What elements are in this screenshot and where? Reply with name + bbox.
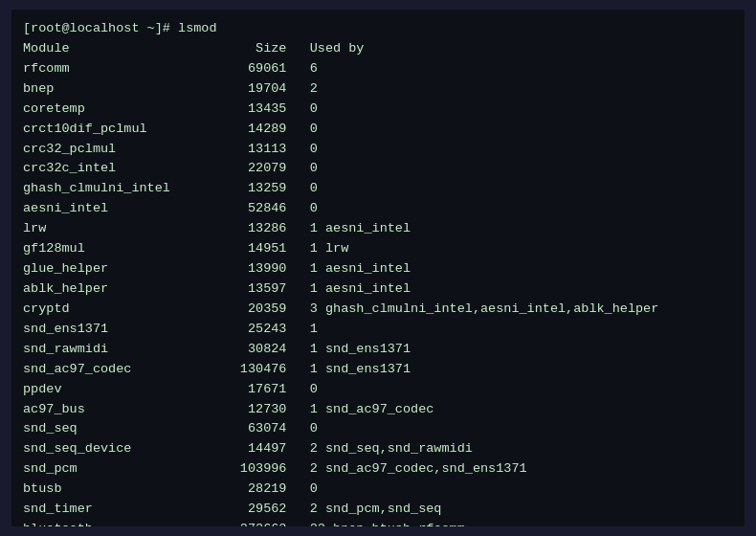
table-row: crc32_pclmul 13113 0 bbox=[23, 140, 733, 160]
table-row: rfcomm 69061 6 bbox=[23, 59, 733, 79]
table-row: glue_helper 13990 1 aesni_intel bbox=[23, 259, 733, 279]
prompt-line: [root@localhost ~]# lsmod bbox=[23, 19, 733, 39]
table-row: coretemp 13435 0 bbox=[23, 100, 733, 120]
table-row: aesni_intel 52846 0 bbox=[23, 199, 733, 219]
table-row: snd_timer 29562 2 snd_pcm,snd_seq bbox=[23, 500, 733, 520]
table-row: snd_seq 63074 0 bbox=[23, 419, 733, 439]
table-row: crct10dif_pclmul 14289 0 bbox=[23, 120, 733, 140]
table-row: ppdev 17671 0 bbox=[23, 380, 733, 400]
table-row: crc32c_intel 22079 0 bbox=[23, 159, 733, 179]
module-rows: rfcomm 69061 6bnep 19704 2coretemp 13435… bbox=[23, 59, 733, 526]
table-row: ghash_clmulni_intel 13259 0 bbox=[23, 179, 733, 199]
table-row: cryptd 20359 3 ghash_clmulni_intel,aesni… bbox=[23, 300, 733, 320]
table-row: snd_rawmidi 30824 1 snd_ens1371 bbox=[23, 340, 733, 360]
table-row: bnep 19704 2 bbox=[23, 79, 733, 100]
table-row: snd_seq_device 14497 2 snd_seq,snd_rawmi… bbox=[23, 439, 733, 459]
terminal-window: [root@localhost ~]# lsmod Module Size Us… bbox=[11, 10, 745, 526]
table-row: snd_ac97_codec 130476 1 snd_ens1371 bbox=[23, 360, 733, 380]
table-row: gf128mul 14951 1 lrw bbox=[23, 239, 733, 259]
table-row: snd_pcm 103996 2 snd_ac97_codec,snd_ens1… bbox=[23, 459, 733, 480]
table-row: bluetooth 372662 22 bnep,btusb,rfcomm bbox=[23, 520, 733, 526]
header-line: Module Size Used by bbox=[23, 39, 733, 59]
table-row: ac97_bus 12730 1 snd_ac97_codec bbox=[23, 400, 733, 420]
table-row: lrw 13286 1 aesni_intel bbox=[23, 219, 733, 239]
table-row: btusb 28219 0 bbox=[23, 480, 733, 500]
table-row: snd_ens1371 25243 1 bbox=[23, 320, 733, 340]
table-row: ablk_helper 13597 1 aesni_intel bbox=[23, 279, 733, 300]
